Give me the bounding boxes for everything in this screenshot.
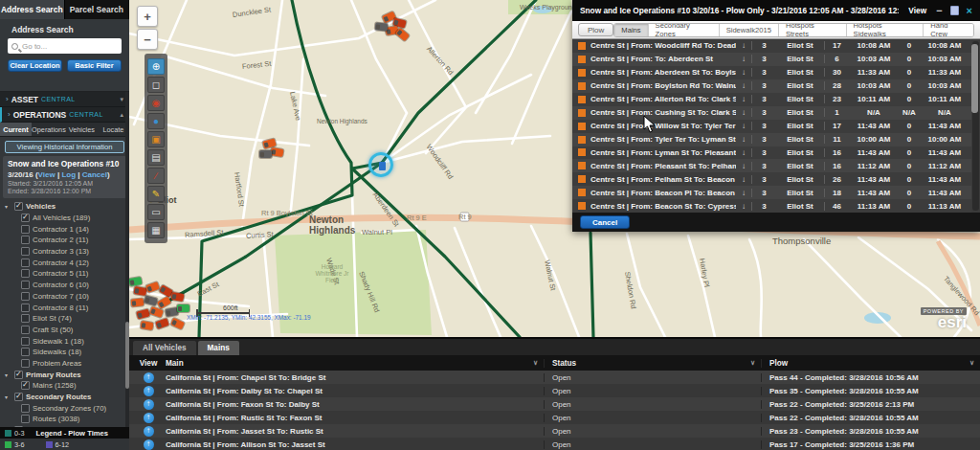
zoom-to-icon[interactable]: ↑ bbox=[144, 413, 154, 423]
panel-scrollbar[interactable] bbox=[972, 41, 979, 211]
route-tab-hotspots-streets[interactable]: Hotspots Streets bbox=[779, 24, 847, 36]
sort-chevron-icon[interactable]: ∨ bbox=[533, 359, 538, 367]
vehicle-segment-row[interactable]: ↑California St | From: Allison St To: Ja… bbox=[129, 438, 980, 450]
layer-checkbox[interactable] bbox=[21, 404, 30, 413]
operations-section-header[interactable]: › OPERATIONS CENTRAL ▴ bbox=[0, 107, 129, 123]
layers-tool-icon[interactable]: ▤ bbox=[147, 149, 165, 166]
identify-tool-icon[interactable]: ● bbox=[147, 113, 165, 129]
vehicle-marker-icon[interactable] bbox=[177, 304, 189, 312]
layer-checkbox[interactable] bbox=[21, 314, 30, 323]
download-icon[interactable]: ↓ bbox=[736, 202, 751, 211]
minimize-icon[interactable]: − bbox=[936, 7, 942, 14]
layer-item-sidewalks-18[interactable]: Sidewalks (18) bbox=[0, 347, 129, 358]
route-segment-row[interactable]: Centre St | From: Cushing St To: Clark S… bbox=[572, 106, 971, 120]
basic-filter-button[interactable]: Basic Filter bbox=[67, 59, 122, 72]
apps-grid-tool-icon[interactable]: ▦ bbox=[147, 222, 165, 238]
layer-checkbox[interactable] bbox=[14, 393, 23, 401]
goto-search-input[interactable]: Go to... bbox=[8, 38, 122, 54]
tab-address-search[interactable]: Address Search bbox=[0, 0, 65, 19]
layer-checkbox[interactable] bbox=[14, 202, 23, 211]
download-icon[interactable]: ↓ bbox=[736, 108, 751, 117]
download-icon[interactable]: ↓ bbox=[736, 95, 751, 103]
popout-icon[interactable] bbox=[950, 6, 959, 15]
layer-item-contractor-6-10[interactable]: Contractor 6 (10) bbox=[0, 280, 129, 291]
route-tab-secondary-zones[interactable]: Secondary Zones bbox=[649, 24, 720, 36]
route-segment-row[interactable]: Centre St | From: Beacon Pl To: Beacon S… bbox=[572, 186, 971, 199]
layer-item-sidewalk-1-18[interactable]: Sidewalk 1 (18) bbox=[0, 335, 129, 347]
download-icon[interactable]: ↓ bbox=[736, 162, 751, 170]
zoom-box-tool-icon[interactable]: ◻ bbox=[147, 77, 165, 93]
vehicle-segment-row[interactable]: ↑California St | From: Chapel St To: Bri… bbox=[129, 371, 980, 384]
view-link[interactable]: View bbox=[38, 170, 56, 179]
download-icon[interactable]: ↓ bbox=[736, 122, 751, 130]
tab-parcel-search[interactable]: Parcel Search bbox=[65, 0, 130, 19]
layer-checkbox[interactable] bbox=[21, 259, 30, 267]
route-segment-row[interactable]: Centre St | From: Pleasant St To: Pelham… bbox=[572, 159, 971, 172]
layer-checkbox[interactable] bbox=[21, 381, 30, 390]
layer-item-contractor-7-10[interactable]: Contractor 7 (10) bbox=[0, 291, 129, 303]
select-tool-icon[interactable]: ▣ bbox=[147, 131, 165, 147]
draw-tool-icon[interactable]: ✎ bbox=[147, 186, 165, 202]
layer-item-secondary-routes[interactable]: ▾Secondary Routes bbox=[0, 392, 129, 403]
operations-tab-operations[interactable]: Operations bbox=[32, 123, 66, 136]
layer-checkbox[interactable] bbox=[21, 247, 30, 256]
layer-checkbox[interactable] bbox=[21, 326, 30, 334]
layer-item-vehicles[interactable]: ▾Vehicles bbox=[0, 201, 129, 213]
layer-checkbox[interactable] bbox=[21, 348, 30, 356]
log-link[interactable]: Log bbox=[61, 170, 76, 179]
operations-tab-vehicles[interactable]: Vehicles bbox=[66, 123, 98, 136]
zoom-out-button[interactable]: − bbox=[137, 29, 158, 50]
zoom-to-icon[interactable]: ↑ bbox=[144, 386, 154, 396]
clear-location-button[interactable]: Clear Location bbox=[8, 59, 62, 72]
vehicle-segment-row[interactable]: ↑California St | From: Dalby St To: Chap… bbox=[129, 384, 980, 397]
layer-item-secondary-zones-70[interactable]: Secondary Zones (70) bbox=[0, 402, 129, 414]
layer-checkbox[interactable] bbox=[21, 415, 30, 423]
panel-titlebar[interactable]: Snow and Ice Operations #10 3/20/16 - Pl… bbox=[572, 0, 980, 21]
layer-item-contractor-8-11[interactable]: Contractor 8 (11) bbox=[0, 302, 129, 313]
route-segment-row[interactable]: Centre St | From: Aberdeen St To: Boylst… bbox=[572, 66, 971, 79]
vehicle-segment-row[interactable]: ↑California St | From: Faxon St To: Dalb… bbox=[129, 397, 980, 411]
layer-item-mains-1258[interactable]: Mains (1258) bbox=[0, 380, 129, 392]
asset-section-header[interactable]: › ASSET CENTRAL ▾ bbox=[0, 92, 129, 107]
layer-checkbox[interactable] bbox=[21, 292, 30, 301]
vehicle-marker-icon[interactable] bbox=[375, 22, 389, 31]
download-icon[interactable]: ↓ bbox=[736, 135, 751, 144]
layer-checkbox[interactable] bbox=[21, 359, 30, 368]
zoom-to-icon[interactable]: ↑ bbox=[144, 426, 154, 437]
route-tab-sidewalk2015[interactable]: Sidewalk2015 bbox=[720, 24, 779, 36]
layer-item-contractor-2-11[interactable]: Contractor 2 (11) bbox=[0, 235, 129, 246]
vehicle-marker-icon[interactable] bbox=[259, 150, 272, 158]
route-segment-row[interactable]: Centre St | From: Tyler Ter To: Lyman St… bbox=[572, 133, 971, 146]
route-segment-row[interactable]: Centre St | From: Boylston Rd To: Walnut… bbox=[572, 79, 971, 93]
polyline-tool-icon[interactable]: ∕ bbox=[147, 168, 165, 184]
layer-item-contractor-4-12[interactable]: Contractor 4 (12) bbox=[0, 257, 129, 268]
column-header-view[interactable]: View bbox=[129, 359, 166, 368]
pan-tool-icon[interactable]: ⊕ bbox=[147, 58, 165, 75]
layer-item-contractor-1-14[interactable]: Contractor 1 (14) bbox=[0, 223, 129, 235]
layer-checkbox[interactable] bbox=[21, 225, 30, 234]
download-icon[interactable]: ↓ bbox=[736, 81, 751, 90]
layer-checkbox[interactable] bbox=[21, 236, 30, 244]
sort-chevron-icon[interactable]: ∨ bbox=[969, 359, 974, 367]
route-segment-row[interactable]: Centre St | From: To: Aberdeen St↓3Eliot… bbox=[572, 53, 971, 66]
download-icon[interactable]: ↓ bbox=[736, 189, 751, 197]
column-header-status[interactable]: Status∨ bbox=[544, 359, 761, 368]
layer-checkbox[interactable] bbox=[14, 371, 23, 379]
layer-item-eliot-st-74[interactable]: Eliot St (74) bbox=[0, 313, 129, 325]
sort-chevron-icon[interactable]: ∨ bbox=[750, 359, 755, 367]
zoom-to-icon[interactable]: ↑ bbox=[144, 439, 154, 450]
column-header-plow[interactable]: Plow∨ bbox=[761, 359, 980, 368]
layer-item-problem-areas[interactable]: Problem Areas bbox=[0, 358, 129, 370]
cancel-link[interactable]: Cancel bbox=[82, 170, 107, 179]
expand-icon[interactable]: ▾ bbox=[5, 394, 11, 400]
route-segment-row[interactable]: Centre St | From: Pelham St To: Beacon P… bbox=[572, 172, 971, 186]
layer-checkbox[interactable] bbox=[21, 304, 30, 312]
download-icon[interactable]: ↓ bbox=[736, 68, 751, 77]
download-icon[interactable]: ↓ bbox=[736, 41, 751, 50]
marker-tool-icon[interactable]: ◉ bbox=[147, 95, 165, 111]
close-icon[interactable]: × bbox=[967, 6, 972, 15]
layer-item-contractor-3-13[interactable]: Contractor 3 (13) bbox=[0, 246, 129, 258]
zoom-to-icon[interactable]: ↑ bbox=[144, 399, 154, 410]
bottom-tab-mains[interactable]: Mains bbox=[198, 341, 239, 355]
download-icon[interactable]: ↓ bbox=[736, 175, 751, 184]
